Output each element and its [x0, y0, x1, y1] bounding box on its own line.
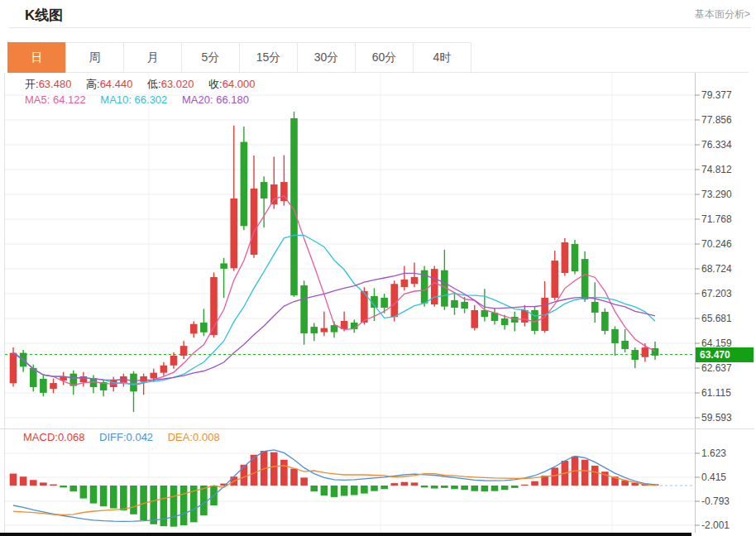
candle-body	[50, 383, 57, 389]
price-axis-label: 62.637	[701, 362, 732, 374]
candle-body	[200, 323, 208, 333]
candle-body	[230, 199, 237, 268]
macd-bar	[10, 474, 17, 486]
price-axis-label: 59.593	[701, 412, 732, 424]
candle-body	[621, 341, 629, 349]
candle-body	[611, 329, 619, 343]
macd-bar	[80, 486, 88, 499]
macd-bar	[120, 486, 127, 510]
macd-bar	[130, 486, 137, 514]
candle-body	[40, 379, 47, 393]
macd-bar	[431, 486, 438, 489]
ma-readout: MA5: 64.122 MA10: 66.302 MA20: 66.180	[25, 93, 249, 106]
ma5-label: MA5:	[25, 93, 50, 106]
ma10-label: MA10:	[100, 93, 132, 106]
macd-bar	[551, 467, 558, 486]
macd-bar	[471, 486, 478, 491]
macd-bar	[380, 486, 388, 489]
macd-bar	[50, 485, 57, 486]
candle-body	[521, 310, 529, 323]
candle-body	[280, 182, 288, 201]
candle-body	[270, 184, 278, 204]
candle-body	[572, 244, 579, 271]
macd-bar	[321, 486, 328, 495]
bottom-scrollbar[interactable]	[0, 533, 691, 536]
ma5-value: 64.122	[53, 93, 86, 106]
candle-body	[390, 284, 398, 317]
macd-bar	[361, 486, 368, 494]
price-axis-label: 67.203	[701, 288, 732, 299]
close-label: 收:	[208, 78, 222, 90]
macd-bar	[160, 486, 168, 526]
macd-bar	[511, 486, 519, 488]
candle-body	[321, 328, 328, 333]
candle-body	[180, 346, 188, 356]
candle-body	[380, 298, 388, 308]
macd-readout: MACD:0.068 DIFF:0.042 DEA:0.008	[23, 431, 220, 443]
candle-body	[562, 242, 569, 273]
dea-label: DEA:	[168, 431, 193, 443]
price-axis-label: 73.290	[701, 189, 732, 200]
current-price-badge: 63.470	[696, 347, 754, 362]
macd-bar	[40, 482, 47, 486]
macd-bar	[481, 486, 489, 491]
ma20-label: MA20:	[182, 93, 213, 106]
macd-bar	[401, 482, 409, 486]
price-axis-label: 77.856	[701, 114, 732, 126]
candle-body	[551, 261, 558, 298]
candle-body	[300, 285, 308, 333]
macd-bar	[241, 465, 248, 486]
low-label: 低:	[147, 78, 161, 90]
macd-bar	[441, 486, 448, 488]
macd-bar	[521, 485, 529, 486]
candle-body	[631, 350, 639, 360]
macd-axis-label: -2.001	[701, 519, 730, 531]
candle-body	[642, 347, 649, 357]
macd-bar	[310, 486, 318, 491]
candle-body	[130, 374, 137, 392]
candle-body	[261, 182, 268, 199]
macd-bar	[371, 486, 378, 491]
diff-label: DIFF:	[99, 431, 127, 443]
price-axis-label: 74.812	[701, 164, 732, 175]
candle-body	[411, 277, 419, 284]
macd-bar	[390, 483, 398, 486]
price-axis-label: 65.681	[701, 313, 732, 324]
candle-body	[310, 327, 318, 333]
candle-body	[160, 366, 168, 373]
macd-axis-label: -0.793	[701, 495, 730, 507]
macd-bar	[421, 486, 428, 487]
diff-value: 0.042	[127, 431, 154, 443]
open-label: 开:	[25, 78, 39, 90]
candle-body	[451, 300, 458, 308]
macd-bar	[170, 486, 178, 527]
macd-bar	[280, 460, 288, 486]
low-value: 63.020	[161, 78, 194, 90]
macd-bar	[331, 486, 338, 497]
macd-bar	[290, 469, 298, 486]
price-axis-label: 71.768	[701, 213, 732, 225]
candle-body	[461, 302, 468, 309]
ma10-value: 66.302	[135, 93, 168, 106]
price-axis-label: 68.724	[701, 263, 732, 275]
macd-axis-label: 1.623	[701, 447, 726, 459]
price-axis-label: 64.159	[701, 337, 732, 349]
candle-body	[241, 142, 248, 227]
price-axis-label: 79.377	[701, 89, 732, 101]
ma20-value: 66.180	[216, 93, 249, 106]
macd-bar	[150, 486, 157, 524]
macd-bar	[90, 486, 98, 504]
price-axis-label: 61.115	[701, 387, 731, 399]
candle-body	[581, 259, 589, 299]
macd-bar	[501, 486, 509, 490]
candle-body	[150, 373, 157, 379]
ma10-line	[13, 235, 655, 384]
macd-bar	[300, 477, 308, 486]
macd-bar	[451, 486, 458, 489]
candle-body	[501, 318, 509, 325]
high-label: 高:	[86, 78, 100, 90]
price-axis-label: 70.246	[701, 238, 732, 250]
macd-bar	[200, 486, 208, 515]
candle-body	[251, 189, 258, 255]
candle-body	[140, 376, 147, 382]
